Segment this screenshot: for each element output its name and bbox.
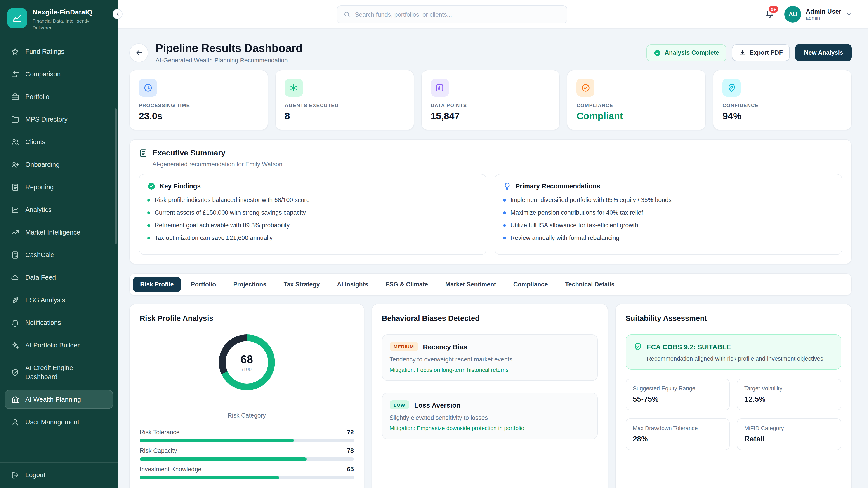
check-circle-icon [654,49,661,56]
tab-ai-insights[interactable]: AI Insights [330,277,375,292]
sidebar-item-esg-analysis[interactable]: ESG Analysis [4,291,113,310]
clock-icon [139,78,157,97]
suitability-banner: FCA COBS 9.2: SUITABLE Recommendation al… [626,334,841,369]
list-item: Implement diversified portfolio with 65%… [503,196,834,204]
user-menu[interactable]: AU Admin User admin [784,6,852,23]
sidebar-item-fund-ratings[interactable]: Fund Ratings [4,42,113,61]
risk-score-value: 68 [241,353,253,366]
sidebar-scrollbar[interactable] [115,108,117,244]
tab-compliance[interactable]: Compliance [506,277,555,292]
suitability-box-max-drawdown: Max Drawdown Tolerance 28% [626,418,730,450]
download-icon [739,49,746,56]
lightbulb-icon [503,182,511,190]
primary-recommendations-list: Implement diversified portfolio with 65%… [503,196,834,242]
stat-card-processing-time: PROCESSING TIME 23.0s [129,70,268,130]
stat-card-data-points: DATA POINTS 15,847 [421,70,560,130]
asterisk-icon [285,78,303,97]
tab-esg-climate[interactable]: ESG & Climate [378,277,435,292]
page-title: Pipeline Results Dashboard [156,41,303,55]
avatar: AU [784,6,801,23]
progress-fill [140,457,307,461]
notification-badge: 9+ [768,5,779,13]
sidebar-item-ai-portfolio-builder[interactable]: AI Portfolio Builder [4,336,113,355]
bell-icon [11,319,20,327]
badge-check-icon [577,78,595,97]
executive-summary-header: Executive Summary [139,149,842,158]
export-pdf-button[interactable]: Export PDF [732,44,790,61]
bias-item-recency: MEDIUM Recency Bias Tendency to overweig… [382,334,597,381]
list-item: Review annually with formal rebalancing [503,234,834,242]
tab-technical-details[interactable]: Technical Details [558,277,622,292]
stat-card-compliance: COMPLIANCE Compliant [567,70,706,130]
metric-row: Investment Knowledge 65 [140,466,354,473]
user-name: Admin User [806,8,841,15]
sidebar-item-user-management[interactable]: User Management [4,413,113,432]
notifications-button[interactable]: 9+ [765,8,775,20]
sidebar-item-analytics[interactable]: Analytics [4,200,113,219]
shield-check-icon [633,342,643,351]
tab-risk-profile[interactable]: Risk Profile [133,277,181,292]
bias-description: Slightly elevated sensitivity to losses [390,414,590,421]
tab-portfolio[interactable]: Portfolio [184,277,223,292]
document-icon [11,183,20,192]
sidebar-item-portfolio[interactable]: Portfolio [4,88,113,106]
severity-badge: MEDIUM [390,342,418,351]
tab-market-sentiment[interactable]: Market Sentiment [438,277,503,292]
star-icon [11,47,20,56]
sidebar-item-reporting[interactable]: Reporting [4,178,113,197]
app-name: Nexgile-FinDataIQ [33,8,100,16]
bias-header: LOW Loss Aversion [390,400,590,410]
target-pin-icon [722,78,741,97]
sidebar-item-ai-credit-engine-dashboard[interactable]: AI Credit Engine Dashboard [4,359,113,387]
bias-name: Recency Bias [423,343,467,350]
list-item: Current assets of £150,000 with strong s… [147,209,478,217]
sidebar-collapse-button[interactable] [113,9,123,19]
topbar-right: 9+ AU Admin User admin [765,6,868,23]
tab-projections[interactable]: Projections [226,277,274,292]
list-item: Retirement goal achievable with 89.3% pr… [147,221,478,230]
list-item: Utilize full ISA allowance for tax-effic… [503,221,834,230]
sparkles-icon [11,341,20,350]
panel-title: Risk Profile Analysis [140,314,354,323]
sidebar-item-comparison[interactable]: Comparison [4,65,113,84]
progress-fill [140,476,279,480]
sidebar-item-clients[interactable]: Clients [4,133,113,152]
bullet-dot [147,199,150,201]
global-search[interactable] [337,5,567,24]
sidebar-item-ai-wealth-planning[interactable]: AI Wealth Planning [4,390,113,409]
sidebar-item-cashcalc[interactable]: CashCalc [4,246,113,265]
sidebar-item-mps-directory[interactable]: MPS Directory [4,110,113,129]
summary-document-icon [139,149,148,158]
suitability-box-target-volatility: Target Volatility 12.5% [737,379,841,410]
executive-summary-title: Executive Summary [152,149,225,158]
tab-tax-strategy[interactable]: Tax Strategy [276,277,327,292]
user-role: admin [806,15,841,21]
user-icon [11,418,20,427]
key-findings-box: Key Findings Risk profile indicates bala… [139,174,487,255]
cloud-icon [11,273,20,282]
executive-summary-card: Executive Summary AI-generated recommend… [129,139,852,264]
new-analysis-button[interactable]: New Analysis [796,44,852,61]
suitability-banner-title: FCA COBS 9.2: SUITABLE [647,343,731,350]
page-subtitle: AI-Generated Wealth Planning Recommendat… [156,57,303,64]
chart-axes-icon [11,205,20,214]
bias-header: MEDIUM Recency Bias [390,342,590,351]
check-circle-icon [147,182,156,190]
sidebar-item-data-feed[interactable]: Data Feed [4,268,113,287]
suitability-banner-header: FCA COBS 9.2: SUITABLE [633,342,834,351]
sidebar-item-notifications[interactable]: Notifications [4,313,113,332]
search-input[interactable] [355,11,561,18]
sidebar-item-market-intelligence[interactable]: Market Intelligence [4,223,113,242]
suitability-box-equity-range: Suggested Equity Range 55-75% [626,379,730,410]
back-button[interactable] [129,43,148,62]
sidebar-item-onboarding[interactable]: Onboarding [4,155,113,174]
trending-up-icon [11,228,20,237]
leaf-icon [11,296,20,304]
logout-button[interactable]: Logout [4,465,113,484]
key-findings-list: Risk profile indicates balanced investor… [147,196,478,242]
suitability-banner-description: Recommendation aligned with risk profile… [647,355,834,362]
content: Pipeline Results Dashboard AI-Generated … [118,29,868,488]
bullet-dot [503,212,506,214]
bullet-dot [147,237,150,239]
stat-card-confidence: CONFIDENCE 94% [713,70,852,130]
